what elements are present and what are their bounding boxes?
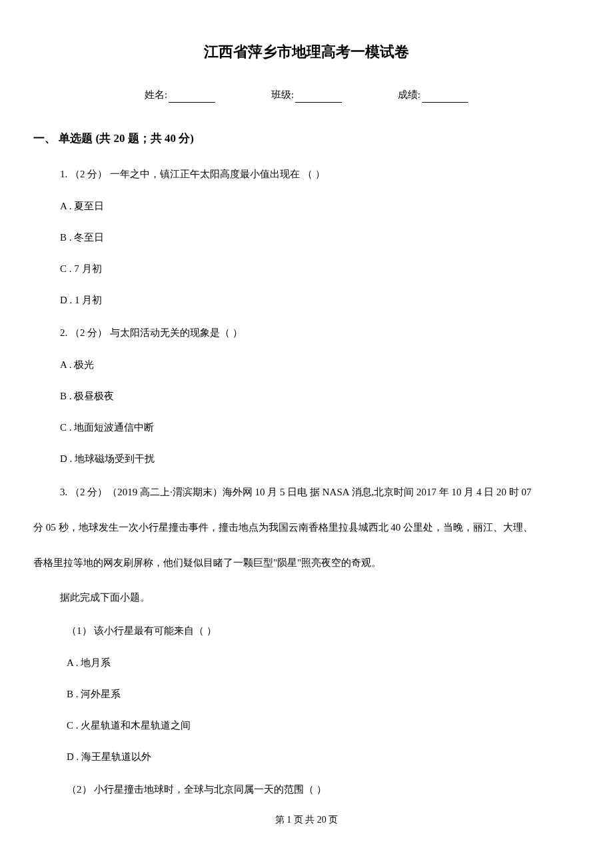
question-1-stem: 1. （2 分） 一年之中，镇江正午太阳高度最小值出现在 （ ）	[60, 164, 580, 184]
question-3-sub1-stem: （1） 该小行星最有可能来自（ ）	[67, 621, 580, 641]
name-label: 姓名:	[145, 89, 167, 100]
page-footer: 第 1 页 共 20 页	[33, 813, 580, 827]
score-label: 成绩:	[398, 89, 420, 100]
question-2-option-c: C . 地面短波通信中断	[60, 419, 580, 437]
score-blank	[422, 102, 468, 103]
question-1-option-d: D . 1 月初	[60, 291, 580, 309]
question-3-passage-line2: 分 05 秒，地球发生一次小行星撞击事件，撞击地点为我国云南香格里拉县城西北 4…	[33, 517, 580, 539]
name-field: 姓名:	[145, 87, 215, 103]
student-info-row: 姓名: 班级: 成绩:	[33, 87, 580, 103]
question-1-option-b: B . 冬至日	[60, 229, 580, 247]
question-1-option-c: C . 7 月初	[60, 260, 580, 278]
question-3-passage-line3: 香格里拉等地的网友刷屏称，他们疑似目睹了一颗巨型"陨星"照亮夜空的奇观。	[33, 552, 580, 574]
question-3-sub1-option-c: C . 火星轨道和木星轨道之间	[67, 717, 580, 735]
question-2-option-d: D . 地球磁场受到干扰	[60, 450, 580, 468]
class-blank	[295, 102, 342, 103]
question-3-sub2-stem: （2） 小行星撞击地球时，全球与北京同属一天的范围（ ）	[67, 779, 580, 799]
exam-title: 江西省萍乡市地理高考一模试卷	[33, 40, 580, 63]
question-3-instruction: 据此完成下面小题。	[60, 587, 580, 607]
question-2-stem: 2. （2 分） 与太阳活动无关的现象是（ ）	[60, 323, 580, 343]
class-field: 班级:	[271, 87, 342, 103]
class-label: 班级:	[271, 89, 294, 100]
score-field: 成绩:	[398, 87, 468, 103]
section-header: 一、 单选题 (共 20 题；共 40 分)	[33, 129, 580, 147]
question-3-sub1-option-b: B . 河外星系	[67, 685, 580, 703]
question-3-passage-line1: 3. （2 分）（2019 高二上·渭滨期末）海外网 10 月 5 日电 据 N…	[60, 481, 580, 503]
question-3-sub1-option-d: D . 海王星轨道以外	[67, 748, 580, 766]
question-2-option-b: B . 极昼极夜	[60, 387, 580, 405]
name-blank	[169, 102, 215, 103]
question-3-sub1-option-a: A . 地月系	[67, 654, 580, 672]
question-1-option-a: A . 夏至日	[60, 197, 580, 215]
question-2-option-a: A . 极光	[60, 356, 580, 374]
